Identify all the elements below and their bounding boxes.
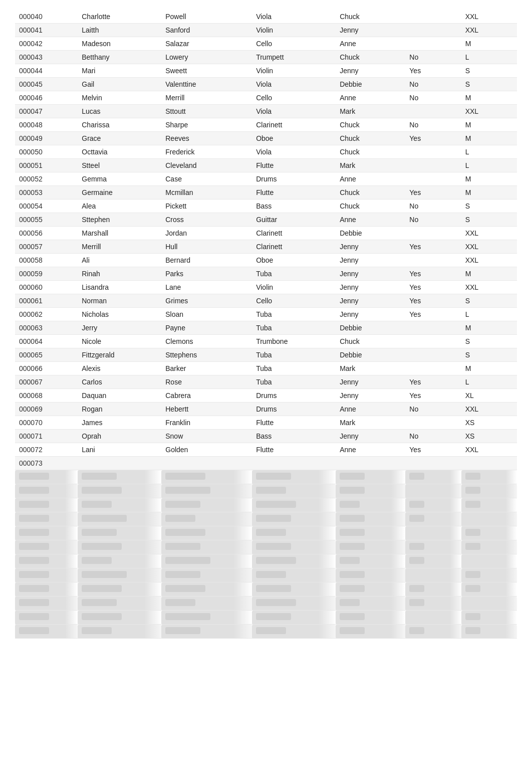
table-cell: Anne: [336, 37, 405, 51]
table-cell: Golden: [161, 443, 252, 457]
table-row: 000052GemmaCaseDrumsAnneM: [15, 172, 517, 186]
table-cell: S: [461, 64, 517, 78]
table-cell: Bass: [252, 430, 336, 443]
table-cell: Chuck: [336, 200, 405, 213]
table-cell: Drums: [252, 403, 336, 416]
blurred-cell: [161, 540, 252, 554]
table-row: 000060LisandraLaneViolinJennyYesXXL: [15, 281, 517, 294]
table-cell: Cleveland: [161, 159, 252, 172]
table-cell: Anne: [336, 213, 405, 227]
table-cell: [405, 227, 461, 240]
table-cell: Clarinett: [252, 227, 336, 240]
table-cell: No: [405, 51, 461, 64]
table-cell: M: [461, 132, 517, 145]
table-row: 000059RinahParksTubaJennyYesM: [15, 267, 517, 281]
table-cell: 000052: [15, 172, 78, 186]
table-cell: Lisandra: [78, 281, 161, 294]
table-cell: M: [461, 37, 517, 51]
table-cell: XS: [461, 430, 517, 443]
table-cell: Yes: [405, 443, 461, 457]
table-cell: Jenny: [336, 281, 405, 294]
table-cell: Sttephen: [78, 213, 161, 227]
blurred-cell: [461, 484, 517, 498]
blurred-cell: [461, 512, 517, 526]
table-cell: Payne: [161, 321, 252, 335]
table-cell: 000044: [15, 64, 78, 78]
table-cell: Bernard: [161, 254, 252, 267]
table-cell: Yes: [405, 240, 461, 254]
blurred-cell: [15, 625, 78, 639]
blurred-cell: [78, 625, 161, 639]
table-cell: L: [461, 51, 517, 64]
table-cell: Jenny: [336, 375, 405, 389]
table-cell: Sweett: [161, 64, 252, 78]
table-cell: M: [461, 186, 517, 200]
table-cell: 000073: [15, 457, 78, 470]
blurred-cell: [161, 625, 252, 639]
table-cell: S: [461, 294, 517, 308]
table-cell: Bass: [252, 200, 336, 213]
table-cell: Yes: [405, 308, 461, 321]
table-cell: Marshall: [78, 227, 161, 240]
table-cell: Mark: [336, 416, 405, 430]
blurred-cell: [15, 498, 78, 512]
table-cell: No: [405, 118, 461, 132]
table-cell: Oboe: [252, 132, 336, 145]
blurred-cell: [252, 568, 336, 582]
table-row: 000067CarlosRoseTubaJennyYesL: [15, 375, 517, 389]
blurred-cell: [161, 611, 252, 625]
blurred-cell: [161, 512, 252, 526]
table-cell: Barker: [161, 362, 252, 375]
table-cell: Mari: [78, 64, 161, 78]
blurred-row: [15, 470, 517, 484]
blurred-row: [15, 540, 517, 554]
table-cell: S: [461, 348, 517, 362]
blurred-cell: [252, 582, 336, 597]
blurred-cell: [461, 597, 517, 611]
blurred-cell: [336, 540, 405, 554]
table-cell: [405, 105, 461, 118]
blurred-cell: [405, 512, 461, 526]
table-cell: Jordan: [161, 227, 252, 240]
table-cell: 000053: [15, 186, 78, 200]
blurred-cell: [461, 568, 517, 582]
blurred-cell: [405, 554, 461, 568]
table-row: 000071OprahSnowBassJennyNoXS: [15, 430, 517, 443]
table-cell: Sttephens: [161, 348, 252, 362]
table-row: 000046MelvinMerrillCelloAnneNoM: [15, 91, 517, 105]
table-cell: [161, 457, 252, 470]
table-cell: 000067: [15, 375, 78, 389]
table-cell: [405, 10, 461, 24]
blurred-cell: [15, 512, 78, 526]
blurred-cell: [161, 470, 252, 484]
blurred-cell: [78, 568, 161, 582]
table-cell: Debbie: [336, 321, 405, 335]
blurred-row: [15, 554, 517, 568]
table-cell: [405, 348, 461, 362]
table-cell: Laitth: [78, 24, 161, 37]
table-cell: Trumpett: [252, 51, 336, 64]
table-cell: XXL: [461, 24, 517, 37]
table-cell: XXL: [461, 443, 517, 457]
blurred-cell: [252, 554, 336, 568]
table-cell: 000056: [15, 227, 78, 240]
blurred-cell: [15, 597, 78, 611]
table-cell: Jenny: [336, 240, 405, 254]
table-cell: Jenny: [336, 308, 405, 321]
table-cell: Yes: [405, 294, 461, 308]
table-row: 000040CharlottePowellViolaChuckXXL: [15, 10, 517, 24]
table-cell: XXL: [461, 227, 517, 240]
table-cell: Violin: [252, 24, 336, 37]
blurred-cell: [161, 526, 252, 540]
table-cell: Guittar: [252, 213, 336, 227]
table-cell: 000059: [15, 267, 78, 281]
table-cell: Rose: [161, 375, 252, 389]
table-cell: Drums: [252, 172, 336, 186]
table-cell: 000069: [15, 403, 78, 416]
table-cell: Debbie: [336, 78, 405, 91]
table-cell: Violin: [252, 281, 336, 294]
blurred-cell: [336, 597, 405, 611]
table-cell: XS: [461, 416, 517, 430]
table-row: 000042MadesonSalazarCelloAnneM: [15, 37, 517, 51]
table-cell: Ali: [78, 254, 161, 267]
